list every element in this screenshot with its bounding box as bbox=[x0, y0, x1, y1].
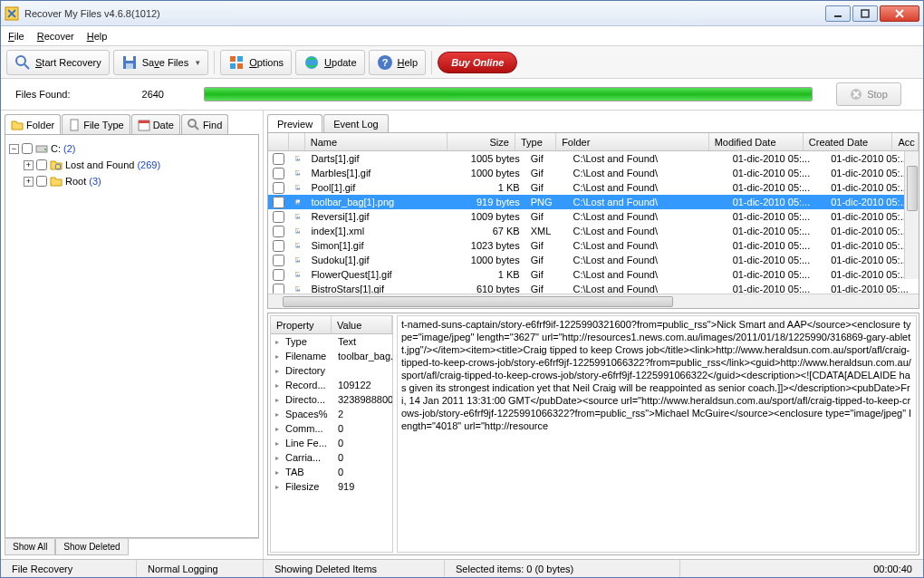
tree-root-folder[interactable]: + Root (3) bbox=[9, 173, 255, 189]
start-recovery-button[interactable]: Start Recovery bbox=[6, 50, 110, 75]
col-name[interactable]: Name bbox=[305, 133, 448, 150]
files-found-label: Files Found: bbox=[15, 89, 106, 100]
row-checkbox[interactable] bbox=[273, 226, 284, 237]
property-row[interactable]: ▸TAB0 bbox=[271, 465, 392, 479]
tree-checkbox[interactable] bbox=[22, 143, 33, 154]
file-row[interactable]: toolbar_bag[1].png919 bytesPNGC:\Lost an… bbox=[268, 195, 919, 209]
save-files-button[interactable]: Save Files bbox=[113, 50, 208, 75]
drive-icon bbox=[35, 142, 48, 155]
folder-icon bbox=[50, 175, 63, 188]
svg-point-19 bbox=[188, 120, 196, 127]
tree-lost-and-found[interactable]: + Lost and Found (269) bbox=[9, 157, 255, 173]
vertical-scrollbar[interactable] bbox=[904, 151, 919, 279]
menu-file[interactable]: File bbox=[8, 31, 24, 42]
tree-checkbox[interactable] bbox=[36, 176, 47, 187]
svg-point-22 bbox=[44, 149, 46, 150]
file-row[interactable]: Darts[1].gif1005 bytesGifC:\Lost and Fou… bbox=[268, 151, 919, 166]
file-list-header: Name Size Type Folder Modified Date Crea… bbox=[268, 133, 919, 151]
tab-preview[interactable]: Preview bbox=[267, 114, 322, 132]
minimize-button[interactable] bbox=[825, 5, 851, 22]
show-deleted-button[interactable]: Show Deleted bbox=[55, 539, 128, 555]
svg-point-41 bbox=[296, 274, 297, 275]
col-folder[interactable]: Folder bbox=[556, 133, 709, 150]
options-icon bbox=[228, 54, 245, 71]
property-row[interactable]: ▸Spaces%2 bbox=[271, 407, 392, 421]
file-row[interactable]: Simon[1].gif1023 bytesGifC:\Lost and Fou… bbox=[268, 238, 919, 253]
file-row[interactable]: Reversi[1].gif1009 bytesGifC:\Lost and F… bbox=[268, 209, 919, 224]
row-checkbox[interactable] bbox=[273, 269, 284, 281]
menu-recover[interactable]: Recover bbox=[37, 31, 74, 42]
col-modified[interactable]: Modified Date bbox=[709, 133, 804, 150]
horizontal-scrollbar[interactable] bbox=[268, 294, 919, 308]
tree-checkbox[interactable] bbox=[36, 159, 47, 170]
files-found-row: Files Found: 2640 Stop bbox=[1, 79, 923, 110]
property-row[interactable]: ▸Filenametoolbar_bag... bbox=[271, 349, 392, 363]
svg-rect-2 bbox=[861, 10, 869, 17]
status-filter: Showing Deleted Items bbox=[264, 560, 445, 577]
file-icon bbox=[68, 119, 81, 131]
search-icon bbox=[188, 119, 200, 131]
close-button[interactable] bbox=[880, 5, 919, 22]
file-row[interactable]: Sudoku[1].gif1000 bytesGifC:\Lost and Fo… bbox=[268, 253, 919, 267]
property-row[interactable]: ▸TypeText bbox=[271, 334, 392, 349]
row-checkbox[interactable] bbox=[273, 153, 284, 165]
row-checkbox[interactable] bbox=[273, 240, 284, 252]
svg-rect-6 bbox=[126, 56, 133, 61]
maximize-button[interactable] bbox=[852, 5, 878, 22]
tab-eventlog[interactable]: Event Log bbox=[323, 114, 389, 132]
svg-point-37 bbox=[296, 245, 297, 246]
image-file-icon bbox=[295, 283, 301, 294]
property-row[interactable]: ▸Carria...0 bbox=[271, 450, 392, 465]
file-list[interactable]: Name Size Type Folder Modified Date Crea… bbox=[268, 133, 919, 294]
property-row[interactable]: ▸Directo...3238988800 bbox=[271, 392, 392, 407]
svg-rect-8 bbox=[230, 56, 236, 62]
row-checkbox[interactable] bbox=[273, 255, 284, 266]
app-icon bbox=[5, 6, 19, 21]
file-row[interactable]: Marbles[1].gif1000 bytesGifC:\Lost and F… bbox=[268, 166, 919, 180]
col-accessed[interactable]: Acc bbox=[892, 133, 919, 150]
tree-root-c[interactable]: − C: (2) bbox=[9, 140, 255, 157]
svg-rect-16 bbox=[71, 120, 78, 130]
file-row[interactable]: Pool[1].gif1 KBGifC:\Lost and Found\01-d… bbox=[268, 180, 919, 195]
tab-folder[interactable]: Folder bbox=[5, 114, 61, 134]
folder-tree[interactable]: − C: (2) + Lost and Found (269) + Root (… bbox=[5, 134, 259, 538]
file-row[interactable]: index[1].xml67 KBXMLC:\Lost and Found\01… bbox=[268, 224, 919, 238]
update-button[interactable]: Update bbox=[295, 50, 364, 75]
svg-rect-11 bbox=[237, 63, 243, 69]
property-row[interactable]: ▸Directory bbox=[271, 363, 392, 378]
svg-point-43 bbox=[296, 288, 297, 289]
row-checkbox[interactable] bbox=[273, 168, 284, 179]
tab-filetype[interactable]: File Type bbox=[62, 114, 130, 134]
file-row[interactable]: FlowerQuest[1].gif1 KBGifC:\Lost and Fou… bbox=[268, 267, 919, 282]
col-type[interactable]: Type bbox=[515, 133, 556, 150]
options-button[interactable]: Options bbox=[220, 50, 292, 75]
status-selected: Selected items: 0 (0 bytes) bbox=[445, 560, 680, 577]
row-checkbox[interactable] bbox=[273, 197, 284, 208]
buy-online-button[interactable]: Buy Online bbox=[438, 52, 517, 73]
stop-button[interactable]: Stop bbox=[836, 82, 901, 106]
folder-icon bbox=[11, 119, 24, 131]
row-checkbox[interactable] bbox=[273, 284, 284, 294]
row-checkbox[interactable] bbox=[273, 182, 284, 194]
col-created[interactable]: Created Date bbox=[804, 133, 893, 150]
property-row[interactable]: ▸Comm...0 bbox=[271, 421, 392, 436]
right-pane: Preview Event Log Name Size Type Folder … bbox=[264, 111, 923, 559]
tab-find[interactable]: Find bbox=[181, 114, 228, 134]
status-mode: File Recovery bbox=[1, 560, 137, 577]
globe-icon bbox=[303, 54, 320, 71]
col-size[interactable]: Size bbox=[448, 133, 515, 150]
property-row[interactable]: ▸Record...109122 bbox=[271, 378, 392, 392]
property-row[interactable]: ▸Filesize919 bbox=[271, 479, 392, 494]
tab-date[interactable]: Date bbox=[131, 114, 180, 134]
property-row[interactable]: ▸Line Fe...0 bbox=[271, 436, 392, 450]
svg-point-3 bbox=[16, 56, 25, 65]
show-all-button[interactable]: Show All bbox=[5, 539, 55, 555]
menu-help[interactable]: Help bbox=[87, 31, 108, 42]
props-col-property[interactable]: Property bbox=[271, 316, 332, 333]
image-file-icon bbox=[295, 210, 301, 223]
file-row[interactable]: BistroStars[1].gif610 bytesGifC:\Lost an… bbox=[268, 282, 919, 294]
props-col-value[interactable]: Value bbox=[332, 316, 392, 333]
row-checkbox[interactable] bbox=[273, 211, 284, 223]
help-button[interactable]: ? Help bbox=[369, 50, 427, 75]
search-icon bbox=[14, 54, 31, 71]
